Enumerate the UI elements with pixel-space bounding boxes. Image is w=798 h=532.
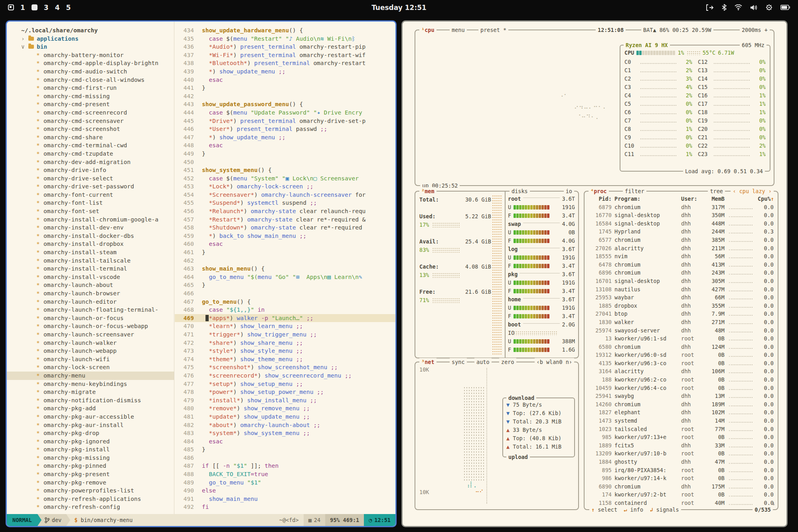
process-row-27026[interactable]: 27026alacrittydhh211M0.0	[585, 244, 778, 253]
code-line-484[interactable]: 484 esac	[175, 437, 395, 446]
tree-file-omarchy-install-terminal[interactable]: *omarchy-install-terminal	[7, 265, 174, 273]
code-line-466[interactable]: 466	[175, 289, 395, 298]
tree-file-omarchy-launch-or-focus-webapp[interactable]: *omarchy-launch-or-focus-webapp	[7, 322, 174, 330]
process-row-3164[interactable]: 3164alacrittydhh106M0.0	[585, 367, 778, 376]
process-row-1745[interactable]: 1745Hyprlanddhh244M0.3	[585, 227, 778, 236]
code-line-481[interactable]: 481 *update*) show_update_menu ;;	[175, 413, 395, 421]
tree-file-omarchy-pkg-missing[interactable]: *omarchy-pkg-missing	[7, 454, 174, 462]
code-line-468[interactable]: 468 case "${1,,}" in	[175, 306, 395, 314]
process-row-16584[interactable]: 16584signal-desktopdhh448M0.0	[585, 220, 778, 228]
disks-io-label[interactable]: io	[564, 187, 574, 195]
code-line-436[interactable]: 436 *Audio*) present_terminal omarchy-re…	[175, 43, 395, 51]
tree-file-omarchy-powerprofiles-list[interactable]: *omarchy-powerprofiles-list	[7, 487, 174, 495]
process-row-174[interactable]: 174kworker/u97:2-btroot0B0.0	[585, 490, 778, 499]
process-row-6879[interactable]: 6879chromiumdhh317M0.0	[585, 203, 778, 212]
code-line-488[interactable]: 488 BACK_TO_EXIT=true	[175, 470, 395, 479]
code-line-492[interactable]: 492fi	[175, 503, 395, 511]
code-line-450[interactable]: 450	[175, 158, 395, 166]
process-row-10459[interactable]: 10459kworker/u96:4-coroot0B0.0	[585, 384, 778, 392]
code-line-473[interactable]: 473 *style*) show_style_menu ;;	[175, 347, 395, 355]
code-line-486[interactable]: 486	[175, 454, 395, 462]
proc-filter-button[interactable]: filter	[623, 187, 646, 195]
process-row-6577[interactable]: 6577chromiumdhh385M0.0	[585, 236, 778, 244]
process-row-16770[interactable]: 16770signal-desktopdhh350M0.0	[585, 211, 778, 220]
tree-file-omarchy-battery-monitor[interactable]: *omarchy-battery-monitor	[7, 51, 174, 59]
tree-file-omarchy-cmd-missing[interactable]: *omarchy-cmd-missing	[7, 92, 174, 101]
process-row-25941[interactable]: 25941swaybgdhh13M0.0	[585, 392, 778, 400]
diagnostics-badge[interactable]: ▦24	[304, 514, 325, 526]
code-line-452[interactable]: 452 case $(menu "System" "▣ Lock\n▢ Scre…	[175, 174, 395, 183]
process-row-27041[interactable]: 27041btopdhh7.9M0.0	[585, 310, 778, 318]
tree-file-omarchy-launch-or-focus[interactable]: *omarchy-launch-or-focus	[7, 314, 174, 322]
workspace-5[interactable]: 5	[66, 4, 71, 12]
tree-file-omarchy-cmd-share[interactable]: *omarchy-cmd-share	[7, 133, 174, 142]
process-row-188[interactable]: 188kworker/u96:2-coroot0B0.0	[585, 376, 778, 384]
process-row-1885[interactable]: 1885dropboxdhh355M0.0	[585, 302, 778, 310]
tree-file-omarchy-migrate[interactable]: *omarchy-migrate	[7, 388, 174, 396]
file-path[interactable]: $ bin/omarchy-menu	[70, 514, 136, 526]
code-line-487[interactable]: 487if [[ -n "$1" ]]; then	[175, 462, 395, 470]
tree-file-omarchy-launch-browser[interactable]: *omarchy-launch-browser	[7, 289, 174, 298]
tree-file-omarchy-refresh-applications[interactable]: *omarchy-refresh-applications	[7, 495, 174, 503]
tree-file-omarchy-pkg-remove[interactable]: *omarchy-pkg-remove	[7, 479, 174, 487]
code-line-439[interactable]: 439 *) show_update_menu ;;	[175, 67, 395, 76]
code-line-482[interactable]: 482 *about*) omarchy-launch-about ;;	[175, 421, 395, 429]
code-line-490[interactable]: 490else	[175, 487, 395, 495]
process-row-1827[interactable]: 1827elephantdhh102M0.0	[585, 408, 778, 417]
tree-file-omarchy-drive-select[interactable]: *omarchy-drive-select	[7, 174, 174, 183]
workspace-4[interactable]: 4	[55, 4, 60, 12]
proc-mode-selector[interactable]: ‹ cpu lazy ›	[731, 187, 774, 195]
tree-file-omarchy-install-dev-env[interactable]: *omarchy-install-dev-env	[7, 223, 174, 232]
code-line-476[interactable]: 476 *screenrecord*) show_screenrecord_me…	[175, 372, 395, 380]
tree-file-omarchy-pkg-pinned[interactable]: *omarchy-pkg-pinned	[7, 462, 174, 470]
process-row-25974[interactable]: 25974swayosd-serverdhh48M0.0	[585, 326, 778, 335]
tree-root[interactable]: ~/.local/share/omarchy	[7, 26, 174, 35]
preset-button[interactable]: preset *	[478, 26, 508, 34]
tree-file-omarchy-install-tailscale[interactable]: *omarchy-install-tailscale	[7, 257, 174, 265]
tree-file-omarchy-launch-walker[interactable]: *omarchy-launch-walker	[7, 339, 174, 347]
tree-file-omarchy-cmd-apple-display-brightn[interactable]: *omarchy-cmd-apple-display-brightn	[7, 59, 174, 67]
proc-box-title[interactable]: ⁴proc	[589, 187, 609, 195]
process-header[interactable]: Pid: Program: User: MemB Cpu%↑	[585, 195, 778, 203]
code-line-464[interactable]: 464 go_to_menu "$(menu "Go" "⊞ Apps\n▤ L…	[175, 273, 395, 281]
code-line-477[interactable]: 477 *setup*) show_setup_menu ;;	[175, 380, 395, 388]
code-line-453[interactable]: 453 *Lock*) omarchy-lock-screen ;;	[175, 182, 395, 191]
tree-file-omarchy-dev-add-migration[interactable]: *omarchy-dev-add-migration	[7, 158, 174, 166]
tree-file-omarchy-cmd-terminal-cwd[interactable]: *omarchy-cmd-terminal-cwd	[7, 141, 174, 150]
code-line-447[interactable]: 447 *) show_update_menu ;;	[175, 133, 395, 142]
disks-label[interactable]: disks	[510, 187, 530, 195]
process-row-16701[interactable]: 16701signal-desktopdhh305M0.0	[585, 277, 778, 285]
net-sync-button[interactable]: sync	[450, 358, 467, 366]
screencast-icon[interactable]	[706, 4, 714, 11]
code-line-455[interactable]: 455 *Suspend*) systemctl suspend ;;	[175, 199, 395, 207]
process-row-18555[interactable]: 18555nvimdhh56M0.0	[585, 252, 778, 261]
volume-icon[interactable]	[750, 4, 758, 11]
tree-file-omarchy-launch-floating-terminal-[interactable]: *omarchy-launch-floating-terminal-	[7, 306, 174, 314]
tree-file-omarchy-install-vscode[interactable]: *omarchy-install-vscode	[7, 273, 174, 281]
net-zero-button[interactable]: zero	[499, 358, 516, 366]
code-line-441[interactable]: 441}	[175, 84, 395, 92]
code-line-442[interactable]: 442	[175, 92, 395, 101]
git-branch[interactable]: dev	[41, 514, 66, 526]
code-line-483[interactable]: 483 *system*) show_system_menu ;;	[175, 429, 395, 437]
refresh-interval[interactable]: 2000ms +	[740, 26, 770, 34]
tree-file-omarchy-cmd-screenshot[interactable]: *omarchy-cmd-screenshot	[7, 125, 174, 133]
tree-file-omarchy-pkg-ignored[interactable]: *omarchy-pkg-ignored	[7, 437, 174, 446]
tree-file-omarchy-install-steam[interactable]: *omarchy-install-steam	[7, 248, 174, 257]
code-line-444[interactable]: 444 case $(menu "Update Password" "✦ Dri…	[175, 109, 395, 117]
tree-file-omarchy-cmd-close-all-windows[interactable]: *omarchy-cmd-close-all-windows	[7, 76, 174, 84]
code-line-438[interactable]: 438 *Bluetooth*) present_terminal omarch…	[175, 59, 395, 67]
tree-file-omarchy-pkg-aur-accessible[interactable]: *omarchy-pkg-aur-accessible	[7, 413, 174, 421]
tree-file-omarchy-install-dropbox[interactable]: *omarchy-install-dropbox	[7, 240, 174, 248]
code-line-489[interactable]: 489 go_to_menu "$1"	[175, 479, 395, 487]
code-line-446[interactable]: 446 *User*) present_terminal passwd ;;	[175, 125, 395, 133]
code-line-479[interactable]: 479 *install*) show_install_menu ;;	[175, 396, 395, 405]
tree-file-omarchy-cmd-first-run[interactable]: *omarchy-cmd-first-run	[7, 84, 174, 92]
workspace-2-active[interactable]	[32, 4, 38, 10]
tree-file-omarchy-pkg-drop[interactable]: *omarchy-pkg-drop	[7, 429, 174, 437]
code-line-459[interactable]: 459 *) back_to show_main_menu ;;	[175, 232, 395, 240]
code-line-480[interactable]: 480 *remove*) show_remove_menu ;;	[175, 404, 395, 413]
tree-file-omarchy-cmd-audio-switch[interactable]: *omarchy-cmd-audio-switch	[7, 67, 174, 76]
mem-box-title[interactable]: ²mem	[419, 187, 437, 195]
code-line-440[interactable]: 440 esac	[175, 76, 395, 84]
